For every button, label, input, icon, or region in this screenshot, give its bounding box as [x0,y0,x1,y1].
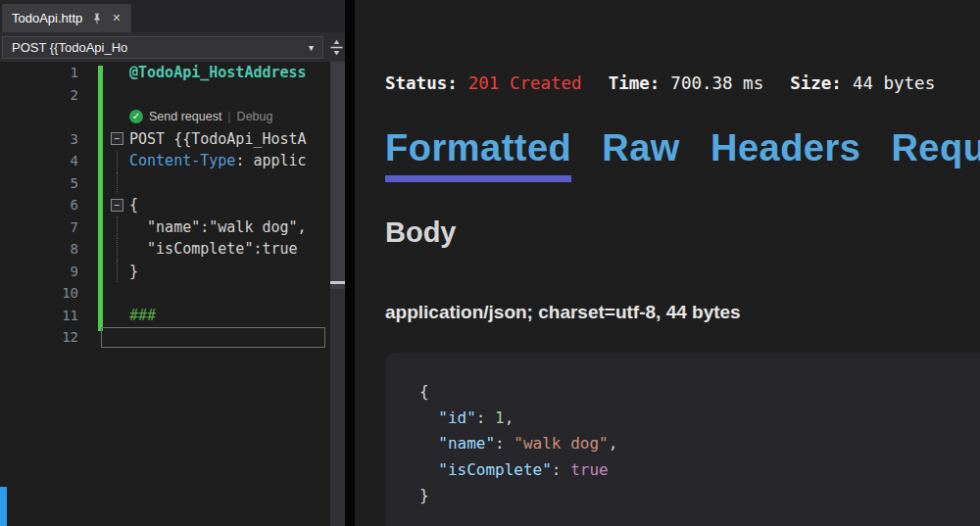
json-token [419,408,438,427]
json-token: "id" [438,408,476,427]
code-text: POST {{TodoApi_HostA [129,130,307,148]
current-line-box [101,327,325,348]
editor-line[interactable]: 7 "name":"walk dog", [0,216,330,239]
time-label: Time: [609,73,661,93]
pin-icon[interactable] [91,13,103,24]
line-number: 9 [0,263,78,279]
editor-line[interactable]: 9} [0,261,330,283]
response-tab-formatted[interactable]: Formatted [385,127,571,182]
fold-column [104,305,129,327]
code-text: "isComplete":true [129,240,298,258]
json-token: "isComplete" [438,460,552,479]
line-number: 3 [0,131,78,147]
content-type-line: application/json; charset=utf-8, 44 byte… [385,302,741,323]
size-label: Size: [790,73,842,93]
editor-line[interactable]: 3−POST {{TodoApi_HostA [0,128,330,151]
editor-line[interactable]: 2 [0,84,330,107]
line-number: 6 [0,197,78,213]
code-token: @TodoApi_HostAddress [129,64,307,81]
size-value: 44 bytes [853,73,935,93]
json-token: } [419,486,429,504]
code-token: "name":"walk dog", [129,218,307,236]
scrollbar-thumb[interactable] [330,62,345,289]
fold-marker-icon[interactable]: − [111,199,123,212]
split-view-icon[interactable] [326,35,346,59]
editor-scrollbar[interactable] [330,62,345,526]
code-token: } [129,263,138,280]
json-token: : [552,460,570,479]
json-line: { [419,379,980,406]
status-value: 201 Created [468,73,582,93]
code-text: ✓Send request|Debug [129,110,272,123]
accent-strip [0,487,7,526]
json-token: , [609,434,618,453]
line-number: 1 [0,65,78,80]
fold-guide-line [117,172,118,195]
code-text: { [129,196,138,214]
response-tab-raw[interactable]: Raw [602,127,680,182]
editor-line[interactable]: 10 [0,282,330,305]
code-token: "isComplete":true [129,240,298,258]
json-token: { [419,382,429,401]
json-token: : [495,434,514,453]
change-tracking-bar [98,66,103,331]
line-number: 8 [0,241,78,257]
response-body-json: { "id": 1, "name": "walk dog", "isComple… [385,353,980,526]
json-token [419,460,438,479]
fold-guide-line [117,150,118,172]
code-text: @TodoApi_HostAddress [129,64,307,81]
fold-column [104,84,129,107]
editor-lines: 1@TodoApi_HostAddress2✓Send request|Debu… [0,62,330,349]
fold-column [104,62,129,84]
code-token: Content-Type [129,152,235,169]
json-token: true [570,460,609,479]
send-request-link[interactable]: Send request [149,110,221,123]
editor-line[interactable]: 8 "isComplete":true [0,238,330,261]
code-editor[interactable]: 1@TodoApi_HostAddress2✓Send request|Debu… [0,62,330,526]
fold-column [104,238,129,261]
app-window: TodoApi.http ✕ POST {{TodoApi_Ho ▾ [0,0,980,526]
json-line: "isComplete": true [419,457,980,484]
response-tab-request[interactable]: Request [891,127,980,182]
document-tab[interactable]: TodoApi.http ✕ [2,4,131,32]
editor-line[interactable]: 11### [0,305,330,327]
code-text: ### [129,307,156,324]
response-tab-headers[interactable]: Headers [710,127,860,182]
fold-column: − [104,128,129,151]
pane-separator[interactable] [345,0,355,526]
fold-column [104,261,129,283]
close-icon[interactable]: ✕ [112,12,121,24]
fold-column [104,216,129,239]
codelens-separator: | [227,110,230,123]
code-text: } [129,263,138,280]
response-tabs: FormattedRawHeadersRequest [385,127,980,182]
json-line: } [419,483,980,509]
json-token: : [476,408,495,427]
json-token: , [505,408,514,427]
codelens-row[interactable]: ✓Send request|Debug [0,106,330,128]
line-number: 4 [0,153,78,168]
line-number: 11 [0,308,78,323]
json-token: "walk dog" [514,434,608,453]
json-line: "id": 1, [419,406,980,432]
editor-line[interactable]: 1@TodoApi_HostAddress [0,62,330,84]
json-line: "name": "walk dog", [419,431,980,457]
editor-pane: TodoApi.http ✕ POST {{TodoApi_Ho ▾ [0,0,345,526]
json-token: 1 [495,408,505,427]
editor-line[interactable]: 4Content-Type: applic [0,150,330,172]
code-text: Content-Type: applic [129,152,307,169]
response-status-bar: Status: 201 Created Time: 700.38 ms Size… [385,73,935,93]
code-token: POST {{TodoApi_HostA [129,130,307,148]
request-selector-dropdown[interactable]: POST {{TodoApi_Ho ▾ [2,36,323,59]
editor-line[interactable]: 5 [0,172,330,195]
chevron-down-icon: ▾ [309,42,314,53]
debug-link[interactable]: Debug [237,110,273,123]
fold-column [104,282,129,305]
fold-marker-icon[interactable]: − [111,132,123,145]
check-circle-icon: ✓ [129,110,143,123]
tab-title: TodoApi.http [12,11,82,25]
editor-line[interactable]: 6−{ [0,194,330,216]
fold-guide-line [117,261,118,283]
response-pane: Status: 201 Created Time: 700.38 ms Size… [355,0,980,526]
status-label: Status: [385,73,458,93]
